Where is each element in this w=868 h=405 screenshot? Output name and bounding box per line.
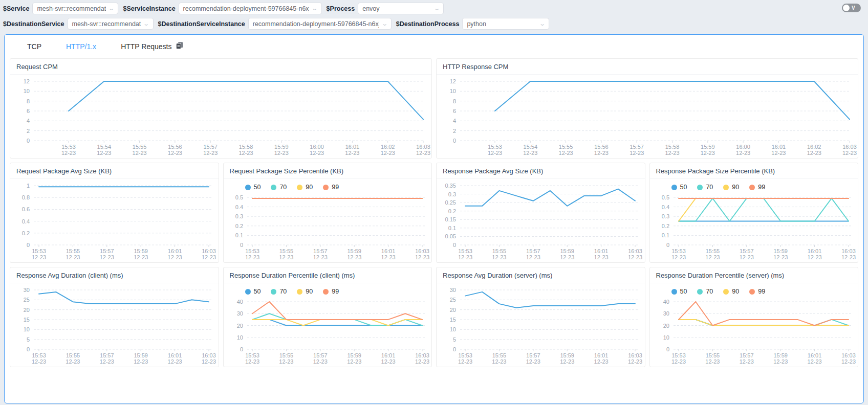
service-instance-select[interactable]: recommendation-deployment-59766845-n6xjb…: [179, 3, 322, 14]
svg-text:0: 0: [666, 242, 669, 248]
chart-title: Request Package Avg Size (KB): [10, 163, 219, 179]
destination-process-label: $DestinationProcess: [396, 20, 460, 28]
legend-dot-icon: [749, 185, 755, 190]
chart-card: Response Package Avg Size (KB)00.050.10.…: [436, 163, 645, 263]
legend-item-50[interactable]: 50: [245, 184, 261, 191]
svg-text:16:0012-23: 16:0012-23: [310, 144, 324, 156]
svg-text:20: 20: [450, 307, 456, 313]
destination-service-instance-select[interactable]: recommendation-deployment-59766845-n6xjb…: [248, 18, 392, 30]
svg-text:15:5412-23: 15:5412-23: [523, 144, 537, 156]
svg-text:16:0112-23: 16:0112-23: [594, 352, 609, 365]
destination-service-select[interactable]: mesh-svr::recommendation ⌄: [68, 18, 154, 30]
charts-grid: Request CPM02468101215:5312-2315:5412-23…: [5, 56, 863, 372]
legend-dot-icon: [671, 185, 677, 190]
legend-label: 99: [758, 288, 765, 295]
svg-text:0.35: 0.35: [445, 183, 456, 189]
filter-process: $Process envoy ⌄: [327, 3, 444, 14]
svg-text:0.3: 0.3: [235, 213, 243, 219]
chart-title: Request CPM: [10, 59, 431, 75]
svg-text:15:5312-23: 15:5312-23: [245, 248, 259, 260]
svg-text:0: 0: [453, 138, 456, 144]
svg-text:0: 0: [27, 346, 30, 352]
svg-text:16:0312-23: 16:0312-23: [628, 248, 642, 260]
legend-label: 99: [332, 288, 339, 295]
chart-plot[interactable]: 02468101215:5312-2315:5412-2315:5512-231…: [437, 75, 858, 158]
chart-title: Request Package Size Percentile (KB): [224, 163, 432, 179]
legend-item-90[interactable]: 90: [723, 288, 739, 295]
legend-item-70[interactable]: 70: [697, 184, 713, 191]
chart-plot[interactable]: 00.10.20.30.40.515:5312-2315:5512-2315:5…: [224, 191, 432, 262]
copy-icon[interactable]: [176, 41, 184, 51]
chart-title: Response Duration Percentile (server) (m…: [650, 267, 858, 283]
chart-plot[interactable]: 01020304015:5312-2315:5512-2315:5712-231…: [650, 295, 858, 367]
svg-text:15:5912-23: 15:5912-23: [347, 352, 361, 365]
legend-item-50[interactable]: 50: [245, 288, 261, 295]
svg-text:16:0312-23: 16:0312-23: [415, 352, 429, 365]
svg-text:16:0112-23: 16:0112-23: [594, 248, 609, 260]
svg-text:15: 15: [450, 317, 456, 323]
legend-item-50[interactable]: 50: [671, 288, 687, 295]
filter-service: $Service mesh-svr::recommendation ⌄: [3, 3, 118, 14]
legend-item-50[interactable]: 50: [671, 184, 687, 191]
toggle-knob-icon: [843, 5, 850, 11]
chart-plot[interactable]: 00.050.10.150.20.250.30.3515:5312-2315:5…: [437, 179, 645, 262]
svg-text:40: 40: [663, 299, 669, 305]
legend-label: 50: [254, 288, 261, 295]
svg-text:0.8: 0.8: [22, 194, 30, 200]
svg-text:15:5312-23: 15:5312-23: [488, 144, 502, 156]
svg-text:15:5712-23: 15:5712-23: [526, 248, 540, 260]
chart-plot[interactable]: 02468101215:5312-2315:5412-2315:5512-231…: [10, 75, 431, 158]
chevron-down-icon: ⌄: [539, 20, 546, 27]
svg-text:16:0112-23: 16:0112-23: [168, 248, 182, 260]
svg-text:15:5412-23: 15:5412-23: [97, 144, 111, 156]
svg-text:15:5312-23: 15:5312-23: [61, 144, 76, 156]
chart-legend: 50709099: [650, 283, 858, 295]
svg-text:0.3: 0.3: [448, 191, 456, 197]
chart-plot[interactable]: 05101520253015:5312-2315:5512-2315:5712-…: [437, 283, 645, 367]
legend-item-70[interactable]: 70: [271, 184, 287, 191]
svg-text:0.1: 0.1: [235, 232, 243, 238]
legend-label: 90: [732, 184, 739, 191]
service-select[interactable]: mesh-svr::recommendation ⌄: [32, 3, 118, 14]
svg-text:15:5712-23: 15:5712-23: [100, 352, 114, 365]
legend-item-99[interactable]: 99: [749, 184, 765, 191]
legend-item-90[interactable]: 90: [297, 184, 313, 191]
filter-row-source: $Service mesh-svr::recommendation ⌄ $Ser…: [3, 3, 863, 14]
chart-plot[interactable]: 05101520253015:5312-2315:5512-2315:5712-…: [10, 283, 219, 367]
svg-text:16:0312-23: 16:0312-23: [841, 248, 855, 260]
legend-dot-icon: [323, 185, 329, 190]
legend-item-90[interactable]: 90: [297, 288, 313, 295]
svg-text:16:0112-23: 16:0112-23: [381, 352, 395, 365]
svg-text:15:5312-23: 15:5312-23: [671, 248, 685, 260]
tab-http-requests[interactable]: HTTP Requests: [121, 41, 184, 51]
process-select[interactable]: envoy ⌄: [358, 3, 444, 14]
svg-text:15:5512-23: 15:5512-23: [705, 248, 720, 260]
legend-item-70[interactable]: 70: [271, 288, 287, 295]
legend-dot-icon: [271, 185, 276, 190]
legend-item-99[interactable]: 99: [749, 288, 765, 295]
destination-process-select[interactable]: python ⌄: [462, 18, 549, 30]
legend-dot-icon: [323, 289, 329, 295]
legend-item-90[interactable]: 90: [723, 184, 739, 191]
destination-service-instance-label: $DestinationServiceInstance: [158, 20, 245, 28]
chart-legend: 50709099: [650, 179, 858, 191]
legend-label: 99: [332, 184, 339, 191]
tab-tcp[interactable]: TCP: [27, 42, 41, 51]
filter-destination-service: $DestinationService mesh-svr::recommenda…: [3, 18, 154, 30]
svg-text:16:0212-23: 16:0212-23: [381, 144, 395, 156]
version-toggle[interactable]: V: [842, 4, 861, 12]
legend-item-99[interactable]: 99: [323, 288, 339, 295]
svg-text:15:5312-23: 15:5312-23: [245, 352, 259, 365]
chart-plot[interactable]: 00.20.40.60.8115:5312-2315:5512-2315:571…: [10, 179, 219, 262]
legend-item-70[interactable]: 70: [697, 288, 713, 295]
chevron-down-icon: ⌄: [143, 20, 149, 27]
chart-plot[interactable]: 00.10.20.30.40.515:5312-2315:5512-2315:5…: [650, 191, 858, 262]
legend-item-99[interactable]: 99: [323, 184, 339, 191]
legend-dot-icon: [671, 289, 677, 295]
chart-plot[interactable]: 01020304015:5312-2315:5512-2315:5712-231…: [224, 295, 432, 367]
svg-text:0.6: 0.6: [22, 206, 30, 212]
svg-text:15:5912-23: 15:5912-23: [134, 352, 148, 365]
tab-http1x[interactable]: HTTP/1.x: [66, 42, 96, 51]
svg-text:10: 10: [24, 326, 30, 332]
svg-text:16:0112-23: 16:0112-23: [771, 144, 786, 156]
